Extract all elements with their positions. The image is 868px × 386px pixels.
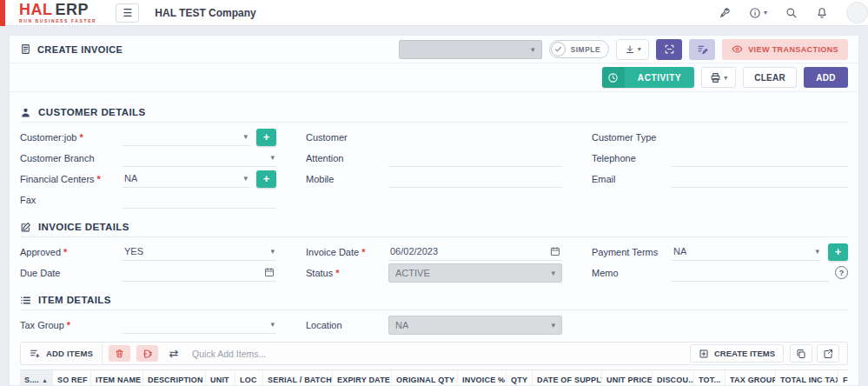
clear-button[interactable]: CLEAR — [743, 67, 797, 88]
user-avatar[interactable] — [846, 2, 868, 23]
activity-button[interactable]: ACTIVITY — [602, 67, 694, 88]
list-edit-icon — [697, 43, 708, 55]
section-title: CUSTOMER DETAILS — [38, 107, 146, 117]
add-button[interactable]: ADD — [804, 67, 848, 88]
paste-items-button[interactable] — [817, 344, 839, 363]
item-details-section: ITEM DETAILS Tax Group* ▾ Location NA ▾ — [20, 290, 848, 335]
document-icon — [20, 43, 31, 55]
invoice-form: CUSTOMER DETAILS Customer:job* ▾ + Custo… — [10, 92, 858, 386]
items-table-header: S.... ▲ SO REF ITEM NAME DESCRIPTION UNI… — [20, 369, 848, 386]
payment-terms-select[interactable]: NA ▾ — [672, 243, 821, 261]
sort-asc-icon: ▲ — [42, 377, 48, 383]
scan-invoice-button[interactable] — [656, 39, 682, 60]
email-input[interactable] — [672, 170, 848, 188]
column-header[interactable]: UNIT PRICE — [602, 370, 653, 386]
column-header[interactable]: DISCOU... — [653, 370, 694, 386]
due-date-input[interactable] — [123, 264, 276, 282]
activity-label: ACTIVITY — [625, 67, 694, 88]
header-actions: ▾ — [719, 2, 868, 23]
column-header[interactable]: TOTAL INC TAX — [776, 370, 838, 386]
column-header[interactable]: FIN CEN — [838, 370, 848, 386]
calendar-icon — [264, 267, 275, 277]
chevron-down-icon: ▾ — [638, 45, 641, 53]
swap-items-icon[interactable]: ⇄ — [162, 347, 185, 360]
hamburger-menu-button[interactable]: ☰ — [116, 3, 139, 23]
section-title: ITEM DETAILS — [38, 295, 111, 305]
print-button[interactable]: ▾ — [701, 67, 736, 88]
invoice-toolbar-top: CREATE INVOICE ▾ SIMPLE ▾ — [10, 36, 858, 63]
mobile-input[interactable] — [388, 170, 562, 188]
field-telephone: Telephone — [592, 148, 848, 168]
view-transactions-button[interactable]: VIEW TRANSACTIONS — [722, 39, 848, 60]
column-header[interactable]: LOC — [235, 370, 263, 386]
column-header[interactable]: DESCRIPTION — [143, 370, 206, 386]
simple-mode-toggle[interactable]: SIMPLE — [549, 40, 610, 58]
column-header[interactable]: EXPIRY DATE — [333, 370, 392, 386]
add-items-button[interactable]: ADD ITEMS — [21, 343, 103, 364]
clear-discount-button[interactable] — [136, 345, 158, 362]
bell-icon[interactable] — [816, 7, 828, 19]
invoice-date-input[interactable]: 06/02/2023 — [388, 243, 562, 261]
column-header[interactable]: TAX GROUP — [726, 370, 776, 386]
create-items-button[interactable]: CREATE ITEMS — [690, 344, 784, 363]
field-approved: Approved* YES ▾ — [20, 242, 276, 262]
chevron-down-icon: ▾ — [551, 321, 555, 329]
clock-icon — [602, 67, 625, 88]
help-icon[interactable]: ? — [835, 266, 848, 279]
field-attention: Attention — [306, 148, 562, 168]
telephone-input[interactable] — [672, 150, 848, 167]
column-header[interactable]: UNIT — [206, 370, 235, 386]
column-header[interactable]: ITEM NAME — [91, 370, 143, 386]
info-menu[interactable]: ▾ — [749, 7, 767, 19]
chevron-down-icon: ▾ — [243, 132, 248, 141]
field-payment-terms: Payment Terms NA ▾ + — [592, 242, 848, 262]
column-header[interactable]: TOT... — [694, 370, 726, 386]
notes-edit-button[interactable] — [689, 39, 715, 60]
customer-branch-select[interactable]: ▾ — [123, 150, 276, 167]
field-fax: Fax — [20, 190, 276, 210]
section-title: INVOICE DETAILS — [38, 222, 129, 232]
column-header[interactable]: INVOICE % — [458, 370, 507, 386]
scan-frame-icon — [664, 43, 675, 55]
invoice-toolbar-actions: ACTIVITY ▾ CLEAR ADD — [10, 63, 858, 92]
column-header[interactable]: SERIAL / BATCH — [263, 370, 333, 386]
search-icon[interactable] — [785, 7, 798, 19]
plus-icon: + — [263, 172, 270, 185]
quick-add-items-input[interactable] — [185, 349, 690, 359]
column-header[interactable]: QTY — [507, 370, 533, 386]
download-button[interactable]: ▾ — [616, 39, 649, 60]
tools-icon[interactable] — [719, 7, 731, 19]
fax-input[interactable] — [123, 191, 276, 209]
info-icon — [749, 7, 761, 19]
column-header[interactable]: DATE OF SUPPLY — [533, 370, 602, 386]
list-plus-icon — [30, 348, 41, 359]
add-customer-button[interactable]: + — [256, 129, 276, 146]
field-tax-group: Tax Group* ▾ — [20, 315, 276, 335]
add-payment-term-button[interactable]: + — [828, 243, 848, 261]
create-item-icon — [699, 349, 709, 359]
copy-items-button[interactable] — [790, 344, 812, 363]
field-mobile: Mobile — [306, 169, 562, 189]
brand-accent-strip — [0, 0, 5, 26]
attention-input[interactable] — [388, 150, 562, 167]
field-status: Status* ACTIVE ▾ — [306, 263, 562, 283]
template-select[interactable]: ▾ — [399, 40, 542, 59]
company-name: HAL TEST Company — [155, 7, 255, 19]
customer-job-select[interactable]: ▾ — [123, 129, 249, 146]
add-financial-center-button[interactable]: + — [256, 170, 276, 188]
tax-group-select[interactable]: ▾ — [123, 316, 276, 334]
column-header[interactable]: S.... ▲ — [20, 370, 53, 386]
delete-items-button[interactable] — [109, 345, 130, 362]
column-header[interactable]: ORIGINAL QTY — [392, 370, 458, 386]
column-header[interactable]: SO REF — [53, 370, 91, 386]
customer-type-readonly-value — [672, 129, 848, 146]
financial-centers-select[interactable]: NA ▾ — [123, 170, 249, 188]
memo-input[interactable] — [672, 264, 829, 282]
copy-icon — [796, 349, 806, 359]
field-customer-job: Customer:job* ▾ + — [20, 127, 276, 147]
app-header: HALERP RUN BUSINESS FASTER ☰ HAL TEST Co… — [0, 0, 868, 26]
field-customer-type: Customer Type — [592, 127, 848, 147]
paste-icon — [823, 349, 833, 359]
plus-icon: + — [835, 245, 842, 258]
approved-select[interactable]: YES ▾ — [123, 243, 276, 261]
